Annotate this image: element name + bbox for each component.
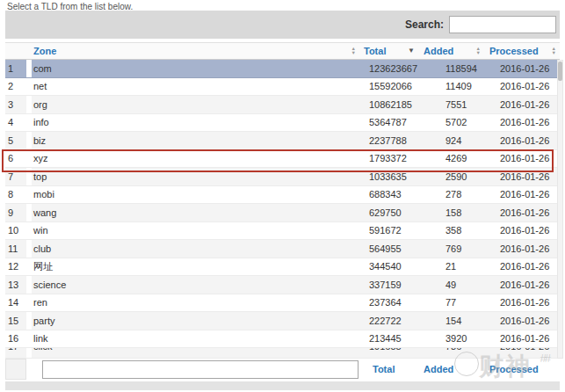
table-row-partially-visible[interactable]: 17 click 191655 786 2016-01-26 [5,348,560,359]
zone-cell: win [32,225,359,236]
footer-zone-cell [32,359,359,380]
sort-desc-icon [408,47,415,54]
scrollbar-thumb[interactable] [558,62,562,81]
footer-added-label: Added [418,364,484,374]
zone-cell: biz [32,135,359,146]
table-row[interactable]: 15 party 222722 154 2016-01-26 [5,312,560,330]
table-row[interactable]: 14 ren 237364 77 2016-01-26 [5,294,560,313]
column-header-processed[interactable]: Processed [484,46,560,56]
column-header-total[interactable]: Total [359,46,418,56]
zone-cell: mobi [32,189,359,200]
zone-filter-input[interactable] [42,360,359,379]
table-row[interactable]: 13 science 337159 49 2016-01-26 [5,276,560,294]
column-header-added-label: Added [424,46,453,56]
column-header-zone-label: Zone [33,46,56,56]
table-row[interactable]: 9 wang 629750 158 2016-01-26 [5,204,560,222]
zone-cell: top [32,171,359,182]
table-toolbar: Search: [5,11,560,39]
zone-cell: click [32,348,359,358]
column-header-added[interactable]: Added [418,46,484,56]
vertical-scrollbar[interactable] [557,60,563,359]
column-header-processed-label: Processed [489,46,539,56]
zone-cell: party [32,316,359,326]
table-row-xyz-highlighted[interactable]: 6 xyz 1793372 4269 2016-01-26 [5,150,560,169]
table-row[interactable]: 11 club 564955 769 2016-01-26 [5,240,560,258]
sort-both-icon [552,47,556,55]
table-row[interactable]: 4 info 5364787 5702 2016-01-26 [5,114,560,133]
table-row[interactable]: 2 net 15592066 11409 2016-01-26 [5,78,560,97]
zone-cell: wang [32,207,359,218]
table-row[interactable]: 3 org 10862185 7551 2016-01-26 [5,96,560,114]
sort-both-icon [476,47,481,55]
search-label: Search: [405,18,444,31]
zone-cell: 网址 [32,260,359,273]
column-header-zone[interactable]: Zone [32,46,359,56]
table-row[interactable]: 16 link 213445 3920 2016-01-26 [5,330,560,349]
footer-index-cell [5,359,26,380]
table-row[interactable]: 5 biz 2237788 924 2016-01-26 [5,132,560,150]
table-header-row: Zone Total Added Processed [5,42,560,60]
table-footer-row: Total Added Processed [5,359,560,380]
zone-cell: xyz [32,153,359,163]
zone-cell: link [32,333,359,344]
table-row-com-selected[interactable]: 1 com 123623667 118594 2016-01-26 [5,60,560,78]
footer-processed-label: Processed [484,364,560,374]
zone-cell: com [32,63,359,74]
footer-total-label: Total [359,364,418,374]
zone-cell: org [32,99,359,110]
zone-cell: ren [32,297,359,308]
table-row[interactable]: 10 win 591672 358 2016-01-26 [5,222,560,241]
tld-table-page: Select a TLD from the list below. Search… [0,0,565,392]
sort-both-icon [351,47,356,55]
column-header-total-label: Total [364,46,386,56]
table-row[interactable]: 7 top 1033635 2590 2016-01-26 [5,168,560,186]
table-row[interactable]: 8 mobi 688343 278 2016-01-26 [5,186,560,205]
zone-cell: net [32,81,359,91]
search-input[interactable] [449,16,556,33]
table-row[interactable]: 12 网址 344540 21 2016-01-26 [5,258,560,277]
tld-table: Zone Total Added Processed 1 com 1236236… [5,42,560,380]
table-info-bar [5,381,560,390]
page-instruction: Select a TLD from the list below. [0,0,565,11]
zone-cell: science [32,279,359,290]
zone-cell: info [32,117,359,127]
zone-cell: club [32,243,359,254]
